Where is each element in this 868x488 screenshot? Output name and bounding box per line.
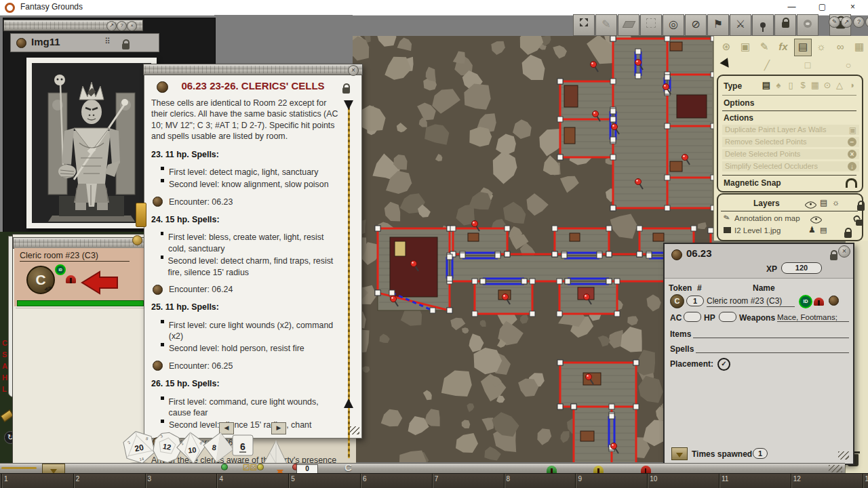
spells-field[interactable]	[696, 352, 849, 353]
ac-field[interactable]	[684, 312, 701, 322]
hotkey-slot-12[interactable]: 12	[791, 474, 863, 488]
encounter-header[interactable]: 06.23 × XP 120	[665, 244, 853, 279]
hotkey-slot-7[interactable]: 7	[432, 474, 505, 488]
map-mode-icon[interactable]: ⊛	[718, 39, 734, 55]
placement-check-icon[interactable]: ✓	[717, 358, 730, 371]
hp-field[interactable]	[719, 312, 736, 322]
hotkey-slot-13[interactable]: 13	[863, 474, 868, 488]
story-lock-icon[interactable]	[342, 87, 350, 94]
img-close-icon[interactable]: ×	[127, 21, 137, 31]
modifier-total[interactable]: 0	[296, 464, 318, 474]
tracker-entry-name[interactable]: Cleric room #23 (C3)	[20, 251, 130, 262]
tracker-entry[interactable]: Cleric room #23 (C3) C ✎ ID	[14, 248, 145, 306]
layer-row-annotation[interactable]: ✎ Annotation on map	[718, 213, 861, 225]
resize-handle[interactable]	[350, 426, 359, 434]
layer-locked-icon[interactable]	[844, 232, 852, 238]
action-down[interactable]: Simplify Selected Occluders↓	[722, 161, 859, 171]
secret-door-type-icon[interactable]: $	[797, 80, 809, 90]
layers-walls-icon[interactable]: ▤	[820, 198, 827, 207]
items-field[interactable]	[693, 338, 849, 338]
action-copy[interactable]: Duplicate Paint Layer As Walls▣	[722, 125, 859, 135]
lighting-mode-icon[interactable]: ☼	[813, 39, 829, 55]
scroll-down-anchor[interactable]	[344, 399, 353, 408]
terrain-type-icon[interactable]: ♠	[772, 80, 785, 90]
token-walk-icon[interactable]: ♟	[808, 225, 816, 235]
hotkey-slot-6[interactable]: 6	[360, 474, 433, 488]
minimize-button[interactable]: —	[776, 0, 807, 15]
hotkey-slot-11[interactable]: 11	[719, 474, 791, 488]
encounter-lock-icon[interactable]	[830, 254, 837, 260]
link-orb-icon[interactable]	[829, 296, 839, 306]
illusion-type-icon[interactable]: ◑	[846, 80, 858, 90]
token-lock-icon[interactable]	[774, 14, 796, 36]
wall-type-icon[interactable]: ▤	[760, 80, 772, 90]
pin-icon[interactable]	[752, 14, 774, 36]
story-chrome[interactable]	[143, 64, 363, 75]
link-orb-icon[interactable]	[16, 38, 26, 48]
shortcut-arrow-icon[interactable]: ↗	[841, 16, 852, 28]
circle-tool[interactable]: ○	[840, 58, 856, 73]
dice-history-icon[interactable]: ⚂⚄	[243, 463, 257, 472]
link-orb-icon[interactable]	[671, 249, 682, 260]
target-icon[interactable]: ◎	[663, 14, 684, 36]
maximize-button[interactable]: ▢	[807, 0, 837, 15]
die-d4[interactable]	[264, 441, 287, 464]
hotkey-slot-1[interactable]: 1	[1, 474, 74, 488]
img-help-icon[interactable]: ?	[117, 21, 127, 31]
hotkey-slot-10[interactable]: 10	[647, 474, 719, 488]
layers-mode-icon[interactable]: ▣	[737, 39, 753, 55]
hotkey-slot-4[interactable]: 4	[216, 474, 289, 488]
layers-visibility-icon[interactable]	[804, 199, 816, 211]
layer-visible-icon[interactable]	[810, 214, 822, 226]
help-icon[interactable]: ?	[853, 16, 865, 28]
layers-lock-icon[interactable]	[857, 205, 865, 211]
spawn-button[interactable]	[671, 447, 688, 460]
attack-swords-icon[interactable]: ⚔	[730, 14, 751, 36]
grid-mode-icon[interactable]: ▦	[851, 39, 867, 55]
token-count[interactable]: 1	[686, 296, 704, 306]
die-d6[interactable]: 6	[233, 435, 253, 455]
eraser-icon[interactable]	[618, 14, 639, 36]
token-thumbnail[interactable]: C	[670, 294, 684, 308]
action-minus[interactable]: Remove Selected Points−	[722, 137, 859, 147]
bar-resize-handle[interactable]	[829, 465, 842, 472]
helmet-icon[interactable]	[814, 298, 824, 306]
layer-walls-icon[interactable]: ▤	[820, 226, 827, 235]
layers-light-icon[interactable]: ☼	[832, 198, 840, 207]
scroll-up-anchor[interactable]	[344, 100, 353, 110]
walls-mode-icon[interactable]: ▤	[794, 39, 812, 56]
hotkey-slot-9[interactable]: 9	[575, 474, 648, 488]
layer-row-image[interactable]: I2 Level 1.jpg ♟ ▤	[718, 225, 861, 237]
yellow-gem-icon[interactable]	[257, 464, 264, 470]
hotkey-slot-8[interactable]: 8	[504, 474, 576, 488]
map-close-icon[interactable]: ×	[865, 16, 868, 28]
effects-mode-icon[interactable]: fx	[775, 39, 791, 55]
image-lock-icon[interactable]	[122, 43, 130, 49]
door-type-icon[interactable]: ▯	[785, 80, 797, 90]
tracker-chrome[interactable]	[13, 237, 148, 249]
rectangle-tool[interactable]: □	[800, 58, 816, 73]
window-type-icon[interactable]: ▦	[809, 80, 821, 90]
toggle-type-icon[interactable]: ⊙	[821, 80, 833, 90]
hotkey-slot-2[interactable]: 2	[73, 474, 146, 488]
paint-mode-icon[interactable]: ✎	[756, 39, 772, 55]
collapse-tray-button[interactable]	[42, 464, 65, 474]
close-button[interactable]: ×	[837, 0, 868, 15]
token-visibility-icon[interactable]	[797, 14, 818, 36]
die-d8[interactable]: 8	[201, 430, 235, 464]
die-d20[interactable]: 20 2 8 14	[121, 428, 156, 466]
edit-pencil-icon[interactable]: ✎	[829, 16, 840, 28]
npc-link[interactable]: Cleric room #23 (C3)	[707, 296, 795, 307]
clear-target-icon[interactable]: ⊘	[685, 14, 707, 36]
token-grid-icon[interactable]: ⠿	[104, 37, 111, 46]
zoom-fit-icon[interactable]	[573, 14, 595, 36]
flag-icon[interactable]: ⚑	[707, 14, 729, 36]
story-close-icon[interactable]: ×	[348, 65, 359, 76]
image-window-titlebar[interactable]: Img11 ⠿	[10, 33, 159, 52]
weapons-value[interactable]: Mace, Footmans;	[777, 313, 849, 322]
encounter-link[interactable]: Encounter: 06.25	[153, 361, 342, 371]
quill-icon[interactable]: ✎	[595, 14, 617, 36]
select-area-icon[interactable]	[640, 14, 662, 36]
encounter-link[interactable]: Encounter: 06.23	[153, 197, 342, 207]
line-tool[interactable]: ╱	[759, 58, 775, 73]
